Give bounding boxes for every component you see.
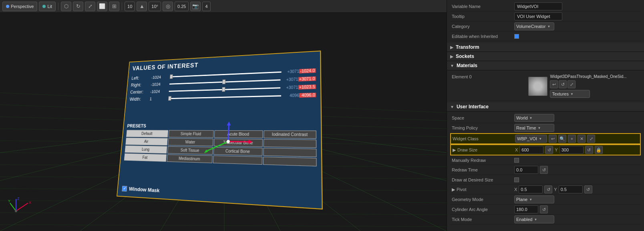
- svg-marker-29: [227, 121, 231, 125]
- materials-arrow: ▼: [450, 64, 454, 68]
- preset-air[interactable]: Air: [125, 138, 168, 145]
- perspective-button[interactable]: Perspective: [2, 2, 37, 11]
- redraw-time-reset[interactable]: ↺: [540, 166, 548, 174]
- snap-icon-btn[interactable]: ⬜: [97, 2, 107, 11]
- widget-class-add-btn[interactable]: +: [568, 135, 576, 143]
- draw-size-lock-btn[interactable]: 🔒: [595, 146, 603, 154]
- mat-name: Widget3DPassThrough_Masked_OneSid...: [550, 74, 626, 79]
- tooltip-value-container: [514, 12, 641, 20]
- mat-info: Widget3DPassThrough_Masked_OneSid... ↩ ↺…: [550, 74, 626, 98]
- preset-lung[interactable]: Lung: [125, 145, 167, 153]
- geometry-mode-label: Geometry Mode: [450, 197, 514, 202]
- preset-default[interactable]: Default: [126, 130, 168, 137]
- mat-expand-btn[interactable]: ⤢: [568, 80, 576, 88]
- svg-line-24: [228, 141, 249, 142]
- space-dropdown-arrow: ▼: [529, 116, 533, 120]
- category-label: Category: [450, 24, 514, 29]
- timing-value: Real Time ▼: [514, 124, 641, 132]
- preset-empty1: [264, 139, 316, 148]
- geometry-mode-dropdown[interactable]: Plane ▼: [514, 195, 554, 203]
- tooltip-input[interactable]: [514, 12, 562, 20]
- camera-icon-btn[interactable]: 📷: [190, 2, 201, 11]
- editable-row: Editable when Inherited: [450, 32, 641, 41]
- widget-class-expand-btn[interactable]: ⤢: [587, 135, 595, 143]
- ui-section-header[interactable]: ▼ User Interface: [447, 102, 644, 112]
- pivot-xy: X ↺ Y ↺: [514, 185, 592, 193]
- 3d-viewport: Perspective Lit ⬡ ↻ ⤢ ⬜ ⊞ 10 ▲ 10° ◎ 0.2…: [0, 0, 447, 231]
- axis-gizmo: X Y Z: [8, 195, 32, 219]
- separator-2: [122, 2, 122, 10]
- draw-size-y-reset[interactable]: ↺: [585, 146, 593, 154]
- pivot-x-input[interactable]: [519, 185, 543, 193]
- draw-desired-checkbox[interactable]: [514, 177, 519, 182]
- draw-size-arrow: ▶: [453, 147, 456, 153]
- viewport-grid: VALUES OF INTEREST Left: -1024 +3071 -10…: [0, 13, 447, 231]
- variable-name-input[interactable]: [514, 2, 562, 10]
- geometry-mode-value: Plane ▼: [514, 195, 641, 203]
- redraw-time-input[interactable]: [514, 166, 538, 174]
- tick-mode-value: Enabled ▼: [514, 215, 641, 223]
- cylinder-arc-reset[interactable]: ↺: [540, 205, 548, 213]
- manually-redraw-checkbox[interactable]: [514, 158, 519, 163]
- ui-arrow: ▼: [450, 105, 454, 109]
- editable-checkbox[interactable]: [514, 34, 519, 39]
- draw-size-y-input[interactable]: [559, 146, 584, 154]
- cylinder-arc-label: Cylinder Arc Angle: [450, 207, 514, 212]
- snap-angle-icon[interactable]: ◎: [163, 2, 173, 11]
- draw-size-x-input[interactable]: [519, 146, 543, 154]
- editable-checkbox-container: [514, 34, 641, 39]
- space-dropdown[interactable]: World ▼: [514, 114, 554, 122]
- category-dropdown[interactable]: VolumeCreator ▼: [514, 22, 554, 30]
- preset-fat[interactable]: Fat: [124, 153, 167, 162]
- mat-refresh-btn[interactable]: ↺: [559, 80, 567, 88]
- category-dropdown-value: VolumeCreator: [516, 24, 545, 29]
- tick-mode-dropdown[interactable]: Enabled ▼: [514, 215, 554, 223]
- widget-class-dropdown[interactable]: WBP_VOI ▼: [515, 135, 547, 143]
- scale-icon-btn[interactable]: ⤢: [85, 2, 95, 11]
- svg-line-33: [10, 203, 16, 211]
- transform-section-header[interactable]: ▶ Transform: [447, 43, 644, 52]
- pivot-arrow: ▶: [452, 187, 455, 192]
- transform-icon-btn[interactable]: ⬡: [61, 2, 71, 11]
- mat-arrow-btn[interactable]: ↩: [550, 80, 558, 88]
- lit-button[interactable]: Lit: [39, 2, 56, 11]
- timing-label: Timing Policy: [450, 125, 514, 130]
- widget-class-close-btn[interactable]: ✕: [578, 135, 586, 143]
- widget-inner: VALUES OF INTEREST Left: -1024 +3071 -10…: [117, 52, 322, 209]
- window-mask-checkbox[interactable]: ✓: [122, 185, 127, 191]
- lit-label: Lit: [47, 4, 52, 9]
- widget-class-search-btn[interactable]: 🔍: [558, 135, 566, 143]
- sockets-section-header[interactable]: ▶ Sockets: [447, 52, 644, 61]
- grid-icon-btn[interactable]: ⊞: [109, 2, 119, 11]
- space-value: World ▼: [514, 114, 641, 122]
- manually-redraw-row: Manually Redraw: [450, 155, 641, 165]
- cylinder-arc-input[interactable]: [514, 205, 538, 213]
- triangle-icon-btn[interactable]: ▲: [137, 2, 147, 11]
- draw-desired-row: Draw at Desired Size: [450, 175, 641, 185]
- pivot-y-input[interactable]: [559, 185, 583, 193]
- draw-size-x-reset[interactable]: ↺: [545, 146, 553, 154]
- widget-class-arrow-btn[interactable]: ↩: [549, 135, 557, 143]
- geometry-mode-dropdown-arrow: ▼: [529, 198, 532, 201]
- variable-name-label: Variable Name: [450, 4, 514, 9]
- separator-1: [58, 2, 58, 10]
- rotate-icon-btn[interactable]: ↻: [73, 2, 83, 11]
- textures-dropdown[interactable]: Textures ▼: [550, 90, 590, 98]
- mat-icons: ↩ ↺ ⤢: [550, 80, 626, 88]
- timing-dropdown[interactable]: Real Time ▼: [514, 124, 554, 132]
- sockets-arrow: ▶: [450, 54, 453, 59]
- svg-text:X: X: [29, 201, 31, 205]
- tooltip-label: Tooltip: [450, 14, 514, 19]
- transform-arrow: ▶: [450, 45, 453, 50]
- textures-label: Textures: [552, 92, 569, 96]
- preset-iodinated[interactable]: Iodinated Contrast: [264, 130, 316, 139]
- tooltip-row: Tooltip: [450, 12, 641, 22]
- pivot-y-reset[interactable]: ↺: [584, 185, 592, 193]
- timing-dropdown-value: Real Time: [516, 125, 536, 130]
- pivot-x-reset[interactable]: ↺: [544, 185, 552, 193]
- ui-label: User Interface: [457, 104, 489, 110]
- viewport-toolbar: Perspective Lit ⬡ ↻ ⤢ ⬜ ⊞ 10 ▲ 10° ◎ 0.2…: [0, 0, 447, 13]
- widget-class-row: Widget Class WBP_VOI ▼ ↩ 🔍 + ✕ ⤢: [450, 133, 641, 144]
- materials-section-header[interactable]: ▼ Materials: [447, 61, 644, 70]
- redraw-time-row: Redraw Time ↺: [450, 165, 641, 175]
